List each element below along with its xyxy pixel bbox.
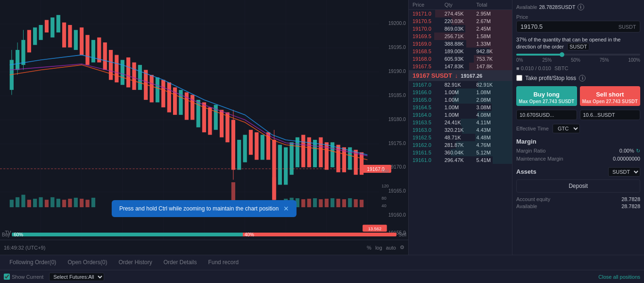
ob-buy-row[interactable]: 19163.5 24.41K 4.11M — [409, 119, 512, 126]
svg-text:19195.0: 19195.0 — [388, 45, 406, 50]
ob-sell-row[interactable]: 19170.0 869.03K 2.45M — [409, 25, 512, 32]
chart-area: 19200.0 19195.0 19190.0 19185.0 19180.0 … — [0, 0, 408, 255]
ob-buy-row[interactable]: 19164.5 1.00M 3.08M — [409, 104, 512, 111]
select-futures-select[interactable]: Select Futures:All — [49, 273, 104, 281]
assets-title: Assets — [516, 168, 537, 175]
ob-buy-row[interactable]: 19161.0 296.47K 5.41M — [409, 156, 512, 164]
take-profit-row[interactable]: Take profit/Stop loss ℹ — [516, 75, 640, 81]
chart-mode-auto[interactable]: auto — [386, 245, 396, 251]
effective-time-label: Effective Time — [516, 126, 549, 131]
bottom-tabs: Following Order(0)Open Orders(0)Order Hi… — [0, 255, 644, 270]
bottom-tab-1[interactable]: Open Orders(0) — [62, 255, 113, 270]
margin-ratio-label: Margin Ratio — [516, 148, 545, 154]
svg-rect-111 — [91, 198, 95, 207]
svg-rect-51 — [126, 57, 130, 88]
take-profit-info-icon[interactable]: ℹ — [579, 75, 586, 81]
take-profit-label: Take profit/Stop loss — [525, 75, 576, 81]
svg-rect-52 — [132, 63, 136, 90]
ob-buy-row[interactable]: 19166.0 1.00M 1.08M — [409, 89, 512, 96]
open-long-box: 10.670SUSD... — [516, 110, 577, 120]
svg-rect-125 — [348, 198, 352, 207]
ob-buy-price: 19164.0 — [413, 112, 445, 118]
buy-btn-label: Buy long — [518, 91, 575, 98]
tooltip-close-icon[interactable]: ✕ — [283, 205, 289, 212]
svg-rect-98 — [16, 197, 19, 207]
ob-sell-row[interactable]: 19171.0 274.45K 2.95M — [409, 10, 512, 17]
take-profit-checkbox[interactable] — [516, 75, 522, 81]
buy-long-button[interactable]: Buy long Max Open 27.743 SUSDT — [516, 86, 577, 106]
ob-sell-row[interactable]: 19167.5 147.83K 147.8K — [409, 63, 512, 70]
price-input-row[interactable]: SUSDT — [516, 21, 640, 32]
effective-time-select[interactable]: GTC IOC FOK — [553, 124, 580, 133]
ob-buy-row[interactable]: 19162.0 281.87K 4.76M — [409, 141, 512, 149]
current-usd-price: 19167.26 — [461, 73, 482, 79]
svg-text:19190.0: 19190.0 — [388, 69, 406, 74]
sell-label: Sell — [398, 232, 406, 237]
svg-rect-57 — [161, 80, 165, 107]
bottom-tab-2[interactable]: Order History — [113, 255, 157, 270]
svg-rect-97 — [10, 200, 14, 207]
ob-buy-row[interactable]: 19165.0 1.00M 2.08M — [409, 96, 512, 104]
svg-rect-58 — [167, 82, 171, 113]
ob-sell-price: 19170.0 — [413, 26, 445, 32]
bottom-tab-3[interactable]: Order Details — [158, 255, 203, 270]
svg-rect-55 — [150, 75, 154, 102]
ob-buy-qty: 1.00M — [445, 105, 477, 110]
svg-rect-62 — [190, 95, 194, 120]
maintenance-label: Maintenance Margin — [516, 156, 563, 162]
available-label: Available — [516, 4, 537, 10]
ob-buy-row[interactable]: 19164.0 1.00M 4.08M — [409, 111, 512, 119]
svg-rect-39 — [57, 15, 60, 32]
ob-sell-row[interactable]: 19169.0 388.88K 1.33M — [409, 40, 512, 48]
svg-text:19180.0: 19180.0 — [388, 116, 406, 121]
slider-fill — [516, 54, 562, 56]
bottom-bar: Following Order(0)Open Orders(0)Order Hi… — [0, 255, 644, 283]
chart-mode-pct[interactable]: % — [367, 245, 372, 251]
slider-thumb[interactable] — [560, 52, 564, 57]
price-input[interactable] — [520, 23, 619, 30]
percentage-unit[interactable]: SUSDT — [567, 43, 589, 50]
ob-sell-price: 19170.5 — [413, 18, 445, 24]
ob-sell-row[interactable]: 19170.5 220.03K 2.67M — [409, 17, 512, 25]
show-current-item[interactable]: Show Current — [4, 274, 43, 280]
chart-mode-log[interactable]: log — [375, 245, 382, 251]
select-futures-item[interactable]: Select Futures:All — [49, 273, 104, 281]
svg-rect-99 — [21, 195, 25, 208]
ob-buy-row[interactable]: 19167.0 82.91K 82.91K — [409, 81, 512, 89]
ob-sell-row[interactable]: 19169.5 256.71K 1.58M — [409, 32, 512, 40]
sell-btn-sub: Max Open 27.743 SUSDT — [582, 99, 639, 104]
assets-currency-select[interactable]: SUSDT — [608, 167, 640, 177]
price-field-label: Price — [516, 14, 640, 20]
show-current-checkbox[interactable] — [4, 274, 10, 280]
ob-col-total: Total — [476, 2, 508, 8]
ob-buy-row[interactable]: 19163.0 320.21K 4.43M — [409, 126, 512, 134]
bottom-tab-0[interactable]: Following Order(0) — [4, 255, 62, 270]
available-assets-row: Available 28.7828 — [516, 203, 640, 209]
deposit-button[interactable]: Deposit — [516, 179, 640, 193]
ob-sell-row[interactable]: 19168.0 605.93K 753.7K — [409, 55, 512, 63]
info-icon[interactable]: ℹ — [578, 4, 584, 10]
current-price-row: 19167 SUSDT ↓ 19167.26 — [409, 70, 512, 81]
buy-label: Buy — [2, 232, 10, 237]
close-all-button[interactable]: Close all positions — [598, 274, 640, 280]
bottom-tab-4[interactable]: Fund record — [202, 255, 244, 270]
maintenance-margin-row: Maintenance Margin 0.00000000 — [516, 156, 640, 162]
ob-buy-qty: 82.91K — [445, 82, 477, 88]
svg-rect-86 — [319, 137, 322, 168]
chart-settings-icon[interactable]: ⚙ — [400, 244, 405, 251]
sell-side: 40% — [243, 233, 397, 236]
ob-sell-row[interactable]: 19168.5 189.00K 942.8K — [409, 48, 512, 55]
order-book-header: Price Qty Total — [409, 0, 512, 10]
ob-buy-row[interactable]: 19161.5 360.04K 5.12M — [409, 149, 512, 156]
svg-rect-47 — [103, 42, 107, 70]
margin-refresh-icon[interactable]: ↻ — [636, 148, 640, 154]
svg-rect-50 — [121, 60, 124, 85]
sell-short-button[interactable]: Sell short Max Open 27.743 SUSDT — [580, 86, 641, 106]
maintenance-value: 0.00000000 — [613, 156, 640, 162]
ob-buy-row[interactable]: 19162.5 48.71K 4.48M — [409, 134, 512, 141]
available-assets-label: Available — [516, 203, 537, 209]
svg-rect-53 — [138, 65, 142, 90]
ob-col-price: Price — [413, 2, 445, 8]
open-row: 10.670SUSD... 10.6...SUSDT — [516, 110, 640, 120]
svg-rect-122 — [330, 198, 334, 207]
